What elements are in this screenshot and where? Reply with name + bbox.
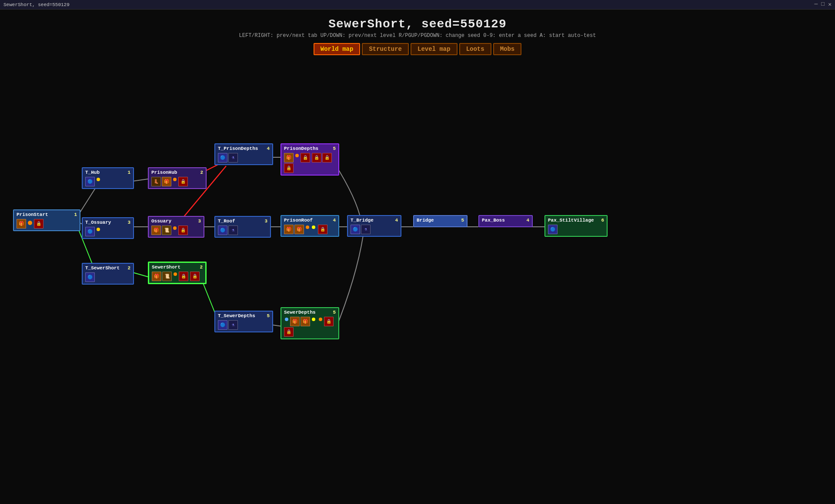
node-t-sewer-depths[interactable]: T_SewerDepths 5 🔵 ⚗ xyxy=(214,311,273,332)
icon-flask3: ⚗ xyxy=(228,320,238,330)
node-t-sewer-depths-title: T_SewerDepths 5 xyxy=(218,313,270,318)
node-pax-boss[interactable]: Pax_Boss 4 xyxy=(478,215,533,227)
node-prison-depths-icons: 🎁 🔒 🔒 🔒 🔒 xyxy=(284,153,336,173)
main-title: SewerShort, seed=550129 xyxy=(0,13,835,31)
tab-structure[interactable]: Structure xyxy=(362,43,409,55)
node-t-sewer-depths-icons: 🔵 ⚗ xyxy=(218,320,270,330)
node-sewer-depths[interactable]: SewerDepths 5 🎁 🎁 🔒 🔒 xyxy=(281,307,339,339)
icon-red7: 🔒 xyxy=(312,153,321,162)
node-prison-depths-title: PrisonDepths 5 xyxy=(284,146,336,151)
dot-yellow xyxy=(97,178,100,181)
node-prison-depths[interactable]: PrisonDepths 5 🎁 🔒 🔒 🔒 🔒 xyxy=(281,143,339,176)
icon-chest2: 🎁 xyxy=(162,177,171,186)
node-t-prison-depths-title: T_PrisonDepths 4 xyxy=(218,146,270,151)
node-prison-hub-icons: 👢 🎁 🔒 xyxy=(151,177,203,186)
node-sewer-depths-title: SewerDepths 5 xyxy=(284,310,336,315)
icon-chest4: 🎁 xyxy=(152,272,161,281)
icon-red10: 🔒 xyxy=(318,225,327,234)
icon-chest9: 🎁 xyxy=(301,317,310,326)
icon-orb: 🔵 xyxy=(85,177,95,186)
node-ossuary[interactable]: Ossuary 3 🎁 📜 🔒 xyxy=(148,216,204,238)
icon-chest5: 🎁 xyxy=(284,153,294,162)
close-button[interactable]: ✕ xyxy=(828,1,832,8)
title-bar: SewerShort, seed=550129 ─ □ ✕ xyxy=(0,0,835,10)
tab-loots[interactable]: Loots xyxy=(459,43,491,55)
icon-orb4: 🔵 xyxy=(218,153,227,162)
node-pax-stilt[interactable]: Pax_StiltVillage 6 🔵 xyxy=(544,215,608,237)
node-t-ossuary[interactable]: T_Ossuary 3 🔵 xyxy=(82,217,134,239)
node-sewer-short[interactable]: SewerShort 2 🎁 📜 🔒 🔒 xyxy=(148,262,207,284)
dot-yellow2 xyxy=(97,228,100,231)
window-title: SewerShort, seed=550129 xyxy=(3,2,70,7)
icon-red3: 🔒 xyxy=(178,225,188,235)
dot-yellow4 xyxy=(312,318,315,321)
icon-red2: 🔒 xyxy=(178,177,188,186)
svg-line-5 xyxy=(133,272,148,277)
svg-line-3 xyxy=(133,179,148,181)
dot-orange2 xyxy=(173,178,177,181)
node-t-sewershort-title: T_SewerShort 2 xyxy=(85,265,130,271)
node-t-roof-icons: 🔵 ⚗ xyxy=(218,225,267,235)
subtitle: LEFT/RIGHT: prev/next tab UP/DOWN: prev/… xyxy=(0,31,835,39)
dot-orange3 xyxy=(173,226,177,230)
node-t-hub[interactable]: T_Hub 1 🔵 xyxy=(82,167,134,189)
icon-orb5: 🔵 xyxy=(218,225,227,235)
minimize-button[interactable]: ─ xyxy=(815,1,818,8)
icon-orb3: 🔵 xyxy=(85,272,95,282)
window-controls[interactable]: ─ □ ✕ xyxy=(815,1,832,8)
node-t-prison-depths-icons: 🔵 ⚗ xyxy=(218,153,270,162)
node-t-bridge-title: T_Bridge 4 xyxy=(351,218,398,223)
icon-red9: 🔒 xyxy=(284,163,294,173)
tab-level-map[interactable]: Level map xyxy=(411,43,458,55)
node-ossuary-title: Ossuary 3 xyxy=(151,219,201,224)
icon-scroll: 📜 xyxy=(162,225,171,235)
node-t-bridge-icons: 🔵 ⚗ xyxy=(351,225,398,234)
node-t-ossuary-icons: 🔵 xyxy=(85,227,130,236)
icon-chest7: 🎁 xyxy=(294,225,304,234)
icon-boot: 👢 xyxy=(151,177,161,186)
icon-orb2: 🔵 xyxy=(85,227,95,236)
node-sewer-short-icons: 🎁 📜 🔒 🔒 xyxy=(152,272,203,281)
node-pax-stilt-icons: 🔵 xyxy=(548,225,604,234)
dot-orange5 xyxy=(295,154,299,157)
dot-orange7 xyxy=(319,318,322,321)
icon-red5: 🔒 xyxy=(190,272,200,281)
node-t-sewershort-icons: 🔵 xyxy=(85,272,130,282)
node-bridge[interactable]: Bridge 5 xyxy=(413,215,468,227)
node-t-roof[interactable]: T_Roof 3 🔵 ⚗ xyxy=(214,216,271,238)
node-prison-hub-title: PrisonHub 2 xyxy=(151,170,203,175)
icon-red11: 🔒 xyxy=(324,317,334,326)
icon-orb8: 🔵 xyxy=(548,225,558,234)
icon-chest8: 🎁 xyxy=(290,317,300,326)
icon-red4: 🔒 xyxy=(179,272,188,281)
dot-orange xyxy=(28,221,32,225)
icon-red: 🔒 xyxy=(34,219,43,229)
dot-orange4 xyxy=(174,272,177,276)
node-t-bridge[interactable]: T_Bridge 4 🔵 ⚗ xyxy=(347,215,401,237)
node-ossuary-icons: 🎁 📜 🔒 xyxy=(151,225,201,235)
header: SewerShort, seed=550129 LEFT/RIGHT: prev… xyxy=(0,10,835,39)
node-pax-boss-title: Pax_Boss 4 xyxy=(482,218,529,223)
tab-mobs[interactable]: Mobs xyxy=(493,43,522,55)
tab-bar: World map Structure Level map Loots Mobs xyxy=(0,39,835,55)
icon-red12: 🔒 xyxy=(284,327,294,337)
node-prison-hub[interactable]: PrisonHub 2 👢 🎁 🔒 xyxy=(148,167,207,189)
node-t-sewershort[interactable]: T_SewerShort 2 🔵 xyxy=(82,263,134,285)
svg-line-0 xyxy=(78,188,96,215)
icon-orb6: 🔵 xyxy=(218,320,227,330)
icon-flask4: ⚗ xyxy=(361,225,371,234)
icon-flask2: ⚗ xyxy=(228,225,238,235)
maximize-button[interactable]: □ xyxy=(821,1,825,8)
icon-red8: 🔒 xyxy=(322,153,332,162)
dot-orange6 xyxy=(306,225,309,229)
node-t-ossuary-title: T_Ossuary 3 xyxy=(85,220,130,225)
node-prison-roof[interactable]: PrisonRoof 4 🎁 🎁 🔒 xyxy=(281,215,339,237)
node-prison-start[interactable]: PrisonStart 1 🎁 🔒 xyxy=(13,209,80,231)
node-t-prison-depths[interactable]: T_PrisonDepths 4 🔵 ⚗ xyxy=(214,143,273,165)
tab-world-map[interactable]: World map xyxy=(314,43,361,55)
node-prison-roof-icons: 🎁 🎁 🔒 xyxy=(284,225,336,234)
dot-yellow3 xyxy=(312,225,315,229)
node-pax-stilt-title: Pax_StiltVillage 6 xyxy=(548,218,604,223)
map-area: PrisonStart 1 🎁 🔒 T_Hub 1 🔵 T_Ossuary 3 … xyxy=(0,60,835,504)
node-t-roof-title: T_Roof 3 xyxy=(218,219,267,224)
